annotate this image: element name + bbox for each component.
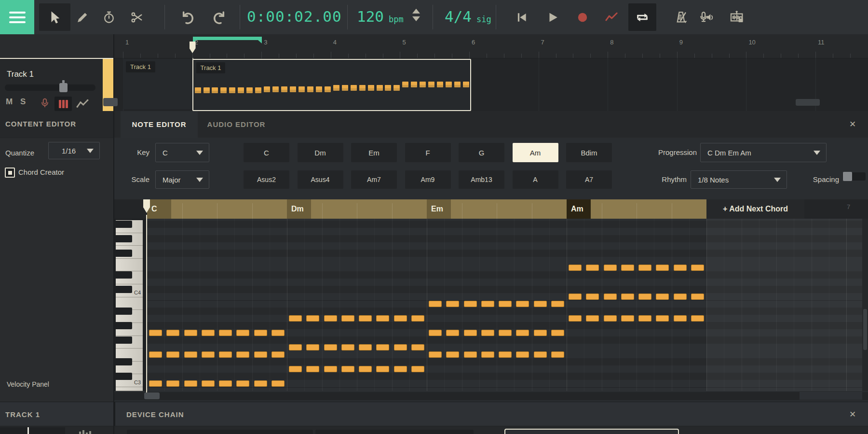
midi-note-am-a3[interactable] [638, 315, 651, 322]
midi-note-dm-d3[interactable] [289, 366, 302, 372]
piano-black-key[interactable] [116, 358, 132, 365]
midi-note-c-e3[interactable] [202, 351, 215, 358]
piano-black-key[interactable] [116, 373, 132, 380]
piano-roll-grid[interactable] [147, 219, 862, 391]
midi-note-em-e3[interactable] [481, 351, 494, 358]
piano-black-key[interactable] [116, 308, 132, 315]
midi-note-em-b3[interactable] [499, 301, 512, 307]
device-slot-selected[interactable] [504, 429, 679, 434]
loop-icon[interactable] [635, 10, 650, 25]
midi-note-dm-f3[interactable] [411, 344, 424, 350]
midi-note-c-e3[interactable] [271, 351, 285, 358]
bpm-stepper[interactable] [412, 9, 421, 26]
mic-monitor-icon[interactable] [698, 10, 714, 25]
timeline-playhead-marker[interactable] [190, 42, 196, 53]
stopwatch-tool-icon[interactable] [101, 10, 117, 25]
midi-note-c-e3[interactable] [184, 351, 197, 358]
device-slot[interactable] [315, 430, 474, 434]
tab-audio-editor[interactable]: AUDIO EDITOR [198, 111, 275, 138]
midi-note-c-g3[interactable] [166, 330, 179, 336]
close-icon[interactable]: ✕ [849, 409, 856, 420]
midi-note-em-b3[interactable] [551, 301, 564, 307]
chord-variant-button-a[interactable]: A [513, 170, 558, 189]
close-icon[interactable]: ✕ [849, 119, 856, 129]
midi-note-am-e4[interactable] [586, 265, 599, 271]
key-dropdown[interactable]: C [155, 143, 209, 162]
midi-note-em-g3[interactable] [516, 330, 529, 336]
midi-note-c-e3[interactable] [149, 351, 162, 358]
midi-note-em-b3[interactable] [464, 301, 477, 307]
editor-hscroll[interactable] [114, 392, 868, 400]
midi-note-em-e3[interactable] [464, 351, 477, 358]
track-name[interactable]: Track 1 [7, 70, 34, 79]
midi-note-dm-d3[interactable] [306, 366, 319, 372]
chord-button-dm[interactable]: Dm [298, 143, 343, 162]
midi-note-dm-f3[interactable] [359, 344, 372, 350]
midi-note-dm-a3[interactable] [376, 315, 389, 322]
midi-note-dm-f3[interactable] [341, 344, 354, 350]
midi-note-am-e4[interactable] [569, 265, 582, 271]
midi-note-am-c4[interactable] [674, 294, 687, 300]
midi-note-em-g3[interactable] [429, 330, 442, 336]
midi-note-c-g3[interactable] [202, 330, 215, 336]
toggle-handle[interactable] [843, 172, 852, 181]
chord-button-am[interactable]: Am [513, 143, 558, 162]
midi-note-am-c4[interactable] [638, 294, 651, 300]
midi-note-c-c3[interactable] [202, 380, 215, 387]
chord-creator-checkbox[interactable] [5, 168, 15, 178]
clip[interactable]: Track 1 [123, 59, 192, 109]
chord-block-body[interactable] [311, 199, 427, 219]
midi-note-c-g3[interactable] [149, 330, 162, 336]
midi-note-dm-f3[interactable] [324, 344, 337, 350]
midi-note-em-g3[interactable] [446, 330, 459, 336]
midi-note-am-a3[interactable] [604, 315, 617, 322]
midi-note-em-g3[interactable] [481, 330, 494, 336]
track-automation-icon[interactable] [76, 98, 89, 108]
chord-variant-button-am9[interactable]: Am9 [405, 170, 451, 189]
pencil-tool-icon[interactable] [75, 10, 90, 25]
midi-note-em-b3[interactable] [429, 301, 442, 307]
pointer-tool-icon[interactable] [47, 10, 63, 25]
piano-keyboard[interactable]: C3C4 [114, 219, 143, 391]
midi-note-am-a3[interactable] [656, 315, 669, 322]
skip-to-start-icon[interactable] [514, 10, 529, 25]
midi-note-am-a3[interactable] [621, 315, 634, 322]
piano-black-key[interactable] [116, 250, 132, 257]
midi-note-em-g3[interactable] [551, 330, 564, 336]
midi-note-em-g3[interactable] [534, 330, 547, 336]
arrangement-timeline[interactable]: 1234567891011 Track 1Track 1 [114, 34, 868, 111]
audio-snap-icon[interactable] [729, 10, 745, 25]
midi-note-dm-a3[interactable] [411, 315, 424, 322]
velocity-panel-label[interactable]: Velocity Panel [7, 380, 49, 388]
chord-variant-button-asus4[interactable]: Asus4 [298, 170, 343, 189]
piano-black-key[interactable] [116, 235, 132, 242]
midi-note-em-g3[interactable] [464, 330, 477, 336]
midi-note-dm-a3[interactable] [289, 315, 302, 322]
editor-playhead-marker[interactable] [143, 199, 150, 213]
rhythm-dropdown[interactable]: 1/8 Notes [691, 170, 787, 189]
play-icon[interactable] [545, 10, 560, 25]
midi-note-dm-a3[interactable] [306, 315, 319, 322]
timeline-hscroll-handle-left[interactable] [103, 98, 118, 106]
midi-note-am-c4[interactable] [656, 294, 669, 300]
midi-note-c-c3[interactable] [166, 380, 179, 387]
time-signature-value[interactable]: 4/4 [445, 8, 472, 25]
midi-note-dm-a3[interactable] [394, 315, 407, 322]
midi-note-c-e3[interactable] [254, 351, 267, 358]
chord-block-am[interactable]: Am [567, 199, 706, 219]
editor-hscroll-handle[interactable] [144, 392, 160, 399]
scale-dropdown[interactable]: Major [155, 170, 209, 189]
volume-slider-handle[interactable] [59, 83, 68, 92]
piano-black-key[interactable] [116, 271, 132, 279]
chord-block-body[interactable] [171, 199, 287, 219]
midi-note-am-c4[interactable] [621, 294, 634, 300]
hamburger-menu-button[interactable] [0, 0, 34, 34]
midi-note-c-c3[interactable] [271, 380, 285, 387]
midi-note-c-g3[interactable] [254, 330, 267, 336]
spacing-toggle[interactable] [842, 172, 866, 181]
scissors-tool-icon[interactable] [129, 10, 145, 25]
midi-note-dm-d3[interactable] [324, 366, 337, 372]
midi-note-em-e3[interactable] [429, 351, 442, 358]
midi-note-dm-a3[interactable] [359, 315, 372, 322]
midi-note-c-c3[interactable] [236, 380, 249, 387]
